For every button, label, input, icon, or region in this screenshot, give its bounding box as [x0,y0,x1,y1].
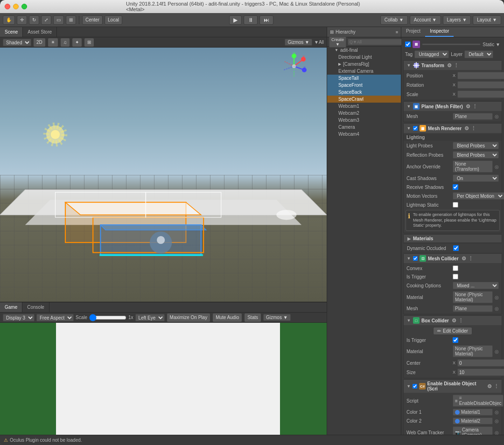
account-button[interactable]: Account ▼ [410,15,441,25]
hierarchy-item-spacetall[interactable]: SpaceTall [327,75,401,82]
cast-shadows-select[interactable]: On [453,174,499,182]
color2-target-icon[interactable]: ◎ [495,418,499,424]
transform-settings-icon[interactable]: ⚙ [447,63,452,69]
aspect-select[interactable]: Free Aspect [36,314,74,321]
box-collider-menu-icon[interactable]: ⋮ [458,318,463,324]
close-button[interactable] [5,4,10,9]
mesh-collider-enabled[interactable] [413,256,418,261]
hierarchy-item-spacecrawl[interactable]: SpaceCrawl [327,96,401,103]
mesh-collider-header[interactable]: ▼ ⊡ Mesh Collider ⚙ ⋮ [404,254,502,263]
scene-light-toggle[interactable]: ☀ [48,38,58,47]
mesh-renderer-settings-icon[interactable]: ⚙ [464,125,469,132]
box-collider-header[interactable]: ▼ □ Box Collider ⚙ ⋮ [404,316,502,325]
motion-vectors-select[interactable]: Per Object Motion [453,192,504,200]
mesh-collider-settings-icon[interactable]: ⚙ [462,256,466,262]
hierarchy-item-spacefront[interactable]: SpaceFront [327,82,401,89]
static-toggle[interactable]: Static ▼ [483,42,500,47]
mesh-filter-target-icon[interactable]: ◎ [495,114,499,119]
2d-toggle[interactable]: 2D [33,38,46,47]
anchor-target-icon[interactable]: ◎ [495,164,499,169]
collab-button[interactable]: Collab ▼ [380,15,408,25]
layers-button[interactable]: Layers ▼ [443,15,471,25]
scene-canvas[interactable]: X Y Z [0,48,327,302]
mesh-collider-material-value[interactable]: None (Physic Material) [453,291,493,303]
hierarchy-item-webcam4[interactable]: Webcam4 [327,131,401,138]
light-probes-select[interactable]: Blend Probes [453,142,499,149]
enable-disable-header[interactable]: ▼ C# Enable Disable Object (Scri ⚙ ⋮ [404,380,502,393]
tab-scene[interactable]: Scene [0,27,23,37]
hierarchy-item-camera[interactable]: Camera [327,124,401,131]
scene-audio-toggle[interactable]: ♫ [60,38,70,47]
transform-header[interactable]: ▼ Transform ⚙ ⋮ [404,61,502,70]
scene-fx-toggle[interactable]: ✦ [72,38,82,47]
dynamic-occluded-checkbox[interactable] [453,245,459,251]
mesh-filter-header[interactable]: ▼ ▣ Plane (Mesh Filter) ⚙ ⋮ [404,102,502,111]
mesh-collider-menu-icon[interactable]: ⋮ [468,256,473,262]
stats-btn[interactable]: Stats [244,313,261,322]
gizmos-dropdown[interactable]: Gizmos ▼ [285,39,312,46]
display-select[interactable]: Display 3 [3,314,35,321]
enable-disable-enabled[interactable] [413,384,417,389]
enable-disable-settings-icon[interactable]: ⚙ [487,383,492,389]
eye-select[interactable]: Left Eye [135,314,165,321]
cooking-options-select[interactable]: Mixed ... [453,282,499,289]
transform-menu-icon[interactable]: ⋮ [454,63,459,69]
hierarchy-item-webcam3[interactable]: Webcam3 [327,117,401,124]
step-button[interactable]: ⏭ [259,15,273,25]
hierarchy-item-webcam1[interactable]: Webcam1 [327,103,401,110]
scale-tool[interactable]: ⤢ [41,15,51,25]
hierarchy-item-external-camera[interactable]: External Camera [327,68,401,75]
layer-select[interactable]: Default [464,50,493,58]
hierarchy-search[interactable] [348,39,404,45]
object-active-checkbox[interactable] [405,42,411,47]
mesh-filter-mesh-value[interactable]: Plane [453,113,493,120]
hierarchy-item-directional-light[interactable]: Directional Light [327,54,401,61]
color2-value[interactable]: Material2 [453,417,493,424]
color1-target-icon[interactable]: ◎ [495,410,499,415]
local-button[interactable]: Local [105,15,122,25]
maximize-button[interactable] [21,4,27,9]
scale-x[interactable] [457,90,504,98]
mesh-collider-mesh-target-icon[interactable]: ◎ [495,306,499,311]
mesh-collider-mesh-value[interactable]: Plane [453,305,493,312]
mesh-filter-menu-icon[interactable]: ⋮ [472,104,477,110]
scale-slider[interactable] [89,314,126,321]
mute-audio-btn[interactable]: Mute Audio [212,313,242,322]
anchor-override-value[interactable]: None (Transform) [453,160,493,173]
hierarchy-menu[interactable]: ≡ [396,30,398,35]
box-size-x[interactable] [457,369,504,376]
tag-select[interactable]: Untagged [414,50,449,58]
mesh-renderer-header[interactable]: ▼ ▦ Mesh Renderer ⚙ ⋮ [404,124,502,133]
move-tool[interactable]: ✛ [17,15,27,25]
hierarchy-item-adit-final[interactable]: ▼ adit-final [327,47,401,54]
webcam-value[interactable]: 📷 Camera (Camera) [453,426,493,435]
box-trigger-checkbox[interactable] [453,337,458,343]
shading-mode-select[interactable]: Shaded [3,39,31,46]
hierarchy-create-btn[interactable]: Create ▼ [329,36,346,48]
reflection-probes-select[interactable]: Blend Probes [453,151,499,159]
receive-shadows-checkbox[interactable] [453,184,458,190]
rotation-x[interactable] [457,81,504,89]
rect-tool[interactable]: ▭ [53,15,64,25]
mesh-filter-settings-icon[interactable]: ⚙ [466,104,470,110]
scene-cam-toggle[interactable]: ⊞ [84,38,94,47]
hierarchy-item-webcam2[interactable]: Webcam2 [327,110,401,117]
mesh-renderer-menu-icon[interactable]: ⋮ [471,125,476,132]
object-name-input[interactable] [422,43,481,45]
mesh-collider-mat-target-icon[interactable]: ◎ [495,295,499,300]
game-gizmos-btn[interactable]: Gizmos ▼ [263,314,291,321]
script-value[interactable]: ≡ = EnableDisableObjec [453,395,504,407]
tab-console[interactable]: Console [22,302,49,312]
materials-header[interactable]: ▶ Materials [404,235,502,243]
enable-disable-menu-icon[interactable]: ⋮ [494,383,499,389]
hierarchy-item-camera-rig[interactable]: ▶ [CameraRig] [327,61,401,68]
rotate-tool[interactable]: ↻ [29,15,39,25]
box-center-x[interactable] [457,359,504,367]
play-button[interactable]: ▶ [229,15,242,25]
center-button[interactable]: Center [82,15,103,25]
mesh-renderer-enabled[interactable] [413,126,418,131]
tab-project[interactable]: Project [401,27,425,37]
maximize-on-play-btn[interactable]: Maximize On Play [167,313,211,322]
edit-collider-btn[interactable]: ✏ Edit Collider [433,327,472,335]
layout-button[interactable]: Layout ▼ [473,15,501,25]
